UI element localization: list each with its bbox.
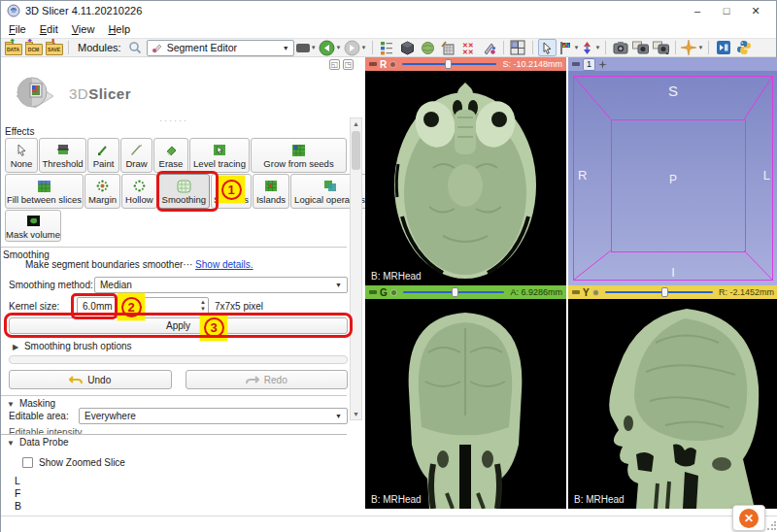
effect-paint-button[interactable]: Paint [87, 138, 119, 173]
red-slice-slider[interactable] [402, 59, 496, 69]
effect-smoothing-button[interactable]: Smoothing [158, 174, 210, 209]
visibility-eye-icon[interactable] [592, 289, 599, 296]
scene-view-capture-button[interactable] [631, 39, 650, 56]
crop-volume-button[interactable] [439, 39, 457, 56]
panel-scrollbar[interactable]: ▲ ▼ [350, 117, 362, 420]
scrollbar-thumb[interactable] [352, 131, 360, 170]
back-button[interactable]: ▼ [319, 40, 342, 56]
smoothing-brush-options-toggle[interactable]: ▶ Smoothing brush options [13, 341, 132, 351]
place-mode-button[interactable]: ▼ [558, 41, 580, 55]
yellow-view-canvas[interactable]: B: MRHead [568, 299, 777, 509]
data-folder-icon: ⬆ DATA [5, 41, 22, 55]
models-module-button[interactable] [419, 39, 437, 56]
center-view-icon[interactable] [598, 60, 607, 69]
chevron-down-icon: ▼ [336, 45, 342, 50]
axis-label-right: R [578, 168, 587, 183]
window-level-button[interactable]: ▼ [581, 41, 600, 55]
axis-label-left: L [763, 168, 770, 183]
masking-section-header[interactable]: ▼Masking [1, 395, 347, 409]
maximize-button[interactable]: □ [712, 2, 741, 19]
minimize-button[interactable]: – [683, 2, 712, 19]
dicom-button[interactable]: ⬍ DCM [24, 39, 43, 56]
undo-button[interactable]: Undo [9, 370, 172, 389]
back-arrow-icon [319, 40, 335, 56]
red-view-canvas[interactable]: B: MRHead [365, 71, 566, 285]
effect-islands-button[interactable]: Islands [253, 174, 289, 209]
crosshair-button[interactable]: ▼ [681, 40, 703, 55]
hide-panel-icon[interactable]: ◳ [343, 59, 354, 70]
pin-icon[interactable] [572, 62, 580, 66]
annotation-sticker-2: 2 [118, 293, 145, 320]
show-zoomed-slice-checkbox[interactable] [22, 457, 33, 468]
scroll-up-icon[interactable]: ▲ [351, 118, 361, 129]
spinner-arrows-icon[interactable]: ▲▼ [200, 299, 206, 313]
module-selector[interactable]: Segment Editor ▼ [147, 40, 294, 56]
show-details-link[interactable]: Show details. [195, 259, 253, 270]
effects-row-3: Mask volume [5, 210, 347, 242]
transforms-module-button[interactable] [480, 39, 498, 56]
pin-icon[interactable] [572, 290, 580, 294]
effect-threshold-button[interactable]: Threshold [39, 138, 86, 173]
effect-mask-volume-button[interactable]: Mask volume [5, 210, 61, 242]
scene-view-restore-button[interactable] [652, 39, 670, 56]
subject-hierarchy-button[interactable] [378, 39, 396, 56]
save-folder-icon: ⬇ SAVE [46, 41, 63, 55]
markups-module-button[interactable]: ✕✕ ✕✕ [459, 39, 478, 56]
python-console-button[interactable] [734, 39, 753, 56]
chevron-down-icon: ▼ [335, 413, 342, 419]
screenshot-button[interactable] [611, 39, 629, 56]
mouse-mode-button[interactable] [538, 39, 557, 56]
forward-button[interactable]: ▼ [344, 40, 367, 56]
step-3-number: 3 [204, 317, 224, 338]
data-probe-section-header[interactable]: ▼Data Probe [1, 434, 347, 448]
yellow-slice-slider[interactable] [605, 287, 713, 297]
menu-help[interactable]: Help [108, 22, 138, 36]
effect-fill-between-slices-button[interactable]: Fill between slices [5, 174, 84, 209]
redo-icon [246, 374, 259, 385]
editable-area-select[interactable]: Everywhere ▼ [79, 408, 348, 424]
green-view-volume-label: B: MRHead [371, 494, 422, 505]
chevron-down-icon: ▼ [361, 45, 367, 50]
menu-file[interactable]: File [9, 22, 34, 36]
scroll-down-icon[interactable]: ▼ [351, 409, 361, 419]
effect-draw-button[interactable]: Draw [120, 138, 152, 173]
effect-none-button[interactable]: None [5, 138, 38, 173]
threed-view-canvas[interactable]: S R P L I [568, 71, 777, 285]
close-button[interactable]: ✕ [741, 2, 770, 19]
sagittal-brain-image [568, 299, 777, 509]
volume-module-button[interactable] [398, 39, 417, 56]
green-view-canvas[interactable]: B: MRHead [365, 299, 566, 509]
module-search-button[interactable] [126, 39, 145, 56]
apply-button[interactable]: Apply [9, 317, 348, 334]
menu-edit[interactable]: Edit [40, 22, 66, 36]
effect-level-tracing-button[interactable]: Level tracing [189, 138, 250, 173]
green-slice-slider[interactable] [403, 287, 505, 297]
undock-panel-icon[interactable]: ◱ [329, 59, 340, 70]
effect-hollow-button[interactable]: Hollow [121, 174, 157, 209]
pin-icon[interactable] [369, 62, 377, 66]
menu-view[interactable]: View [72, 22, 103, 36]
pin-icon[interactable] [369, 290, 377, 294]
layout-selector-button[interactable] [509, 39, 527, 56]
visibility-eye-icon[interactable] [389, 61, 396, 68]
green-view-label: G [380, 287, 388, 298]
effect-erase-button[interactable]: Erase [153, 138, 188, 173]
extensions-manager-button[interactable] [714, 39, 732, 56]
effect-grow-from-seeds-button[interactable]: Grow from seeds [251, 138, 347, 173]
annotation-sticker-3: 3 [200, 314, 227, 341]
green-view-controller: G A: 6.9286mm [365, 285, 566, 299]
visibility-eye-icon[interactable] [390, 289, 397, 296]
load-data-button[interactable]: ⬆ DATA [4, 39, 22, 56]
effect-margin-button[interactable]: Margin [84, 174, 120, 209]
error-log-button[interactable]: ✕ [732, 505, 765, 531]
smoothing-method-select[interactable]: Median ▼ [94, 277, 348, 293]
effects-label: Effects [5, 126, 34, 137]
save-button[interactable]: ⬇ SAVE [45, 39, 63, 56]
extensions-icon [716, 40, 731, 55]
panel-splitter-handle[interactable]: ······ [1, 116, 347, 125]
axial-brain-image [365, 71, 566, 285]
redo-button[interactable]: Redo [186, 370, 349, 389]
resize-grip[interactable] [766, 521, 776, 531]
red-slice-offset: S: -10.2148mm [502, 59, 562, 69]
module-history-button[interactable]: ▼ [296, 44, 317, 52]
